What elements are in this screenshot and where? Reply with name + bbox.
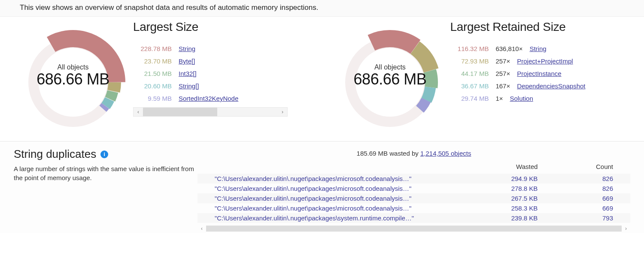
type-link[interactable]: Project+ProjectImpl: [517, 57, 573, 65]
dup-count: 826: [555, 174, 630, 184]
legend-count: 1×: [495, 95, 503, 102]
largest-retained-title: Largest Retained Size: [450, 20, 627, 34]
string-duplicates-description: A large number of strings with the same …: [14, 164, 194, 182]
legend-row: 20.60 MBString[]: [133, 80, 334, 92]
duplicates-objects-link[interactable]: 1,214,505 objects: [420, 150, 471, 157]
dup-count: 826: [555, 184, 630, 193]
legend-row: 36.67 MB167×DependenciesSnapshot: [450, 80, 627, 92]
dup-count: 669: [555, 203, 630, 213]
legend-row: 9.59 MBSortedInt32KeyNode: [133, 92, 334, 105]
dup-wasted: 258.3 KB: [466, 203, 555, 213]
legend-row: 228.78 MBString: [133, 42, 334, 55]
legend-row: 21.50 MBInt32[]: [133, 67, 334, 80]
table-row[interactable]: "C:\Users\alexander.ulitin\.nuget\packag…: [197, 184, 630, 193]
legend-size: 9.59 MB: [133, 95, 172, 102]
duplicates-summary: 185.69 MB wasted by 1,214,505 objects: [197, 148, 630, 161]
legend-count: 257×: [495, 57, 510, 65]
col-wasted[interactable]: Wasted: [466, 161, 555, 174]
legend-size: 23.70 MB: [133, 57, 172, 65]
table-row[interactable]: "C:\Users\alexander.ulitin\.nuget\packag…: [197, 213, 630, 223]
legend-size: 72.93 MB: [450, 57, 489, 65]
table-row[interactable]: "C:\Users\alexander.ulitin\.nuget\packag…: [197, 193, 630, 203]
largest-size-title: Largest Size: [133, 20, 334, 34]
largest-size-scrollbar[interactable]: ‹ ›: [133, 107, 288, 117]
dup-wasted: 267.5 KB: [466, 193, 555, 203]
dup-wasted: 239.8 KB: [466, 213, 555, 223]
legend-size: 116.32 MB: [450, 45, 489, 52]
scroll-left-icon[interactable]: ‹: [134, 109, 143, 115]
legend-size: 20.60 MB: [133, 82, 172, 90]
dup-value[interactable]: "C:\Users\alexander.ulitin\.nuget\packag…: [197, 193, 466, 203]
string-duplicates-section: String duplicates i A large number of st…: [0, 141, 644, 233]
type-link[interactable]: Byte[]: [179, 57, 195, 65]
table-row[interactable]: "C:\Users\alexander.ulitin\.nuget\packag…: [197, 174, 630, 184]
scroll-right-icon[interactable]: ›: [278, 109, 287, 115]
legend-size: 228.78 MB: [133, 45, 172, 52]
duplicates-hscroll[interactable]: ‹ ›: [197, 224, 630, 233]
legend-row: 116.32 MB636,810×String: [450, 42, 627, 55]
type-link[interactable]: DependenciesSnapshot: [517, 82, 585, 90]
legend-size: 44.17 MB: [450, 70, 489, 77]
overview-banner: This view shows an overview of snapshot …: [0, 0, 644, 17]
dup-count: 793: [555, 213, 630, 223]
dup-value[interactable]: "C:\Users\alexander.ulitin\.nuget\packag…: [197, 184, 466, 193]
charts-row: All objects 686.66 MB Largest Size 228.7…: [0, 17, 644, 141]
legend-row: 72.93 MB257×Project+ProjectImpl: [450, 55, 627, 67]
type-link[interactable]: ProjectInstance: [517, 70, 561, 77]
legend-count: 257×: [495, 70, 510, 77]
legend-count: 167×: [495, 82, 510, 90]
legend-size: 29.74 MB: [450, 95, 489, 102]
dup-count: 669: [555, 193, 630, 203]
type-link[interactable]: String: [179, 45, 195, 52]
info-icon[interactable]: i: [100, 151, 108, 158]
legend-row: 44.17 MB257×ProjectInstance: [450, 67, 627, 80]
largest-size-panel: All objects 686.66 MB Largest Size 228.7…: [17, 20, 334, 132]
dup-wasted: 294.9 KB: [466, 174, 555, 184]
col-count[interactable]: Count: [555, 161, 630, 174]
type-link[interactable]: SortedInt32KeyNode: [179, 95, 238, 102]
table-row[interactable]: "C:\Users\alexander.ulitin\.nuget\packag…: [197, 203, 630, 213]
duplicates-table: Wasted Count "C:\Users\alexander.ulitin\…: [197, 161, 630, 223]
largest-size-donut[interactable]: All objects 686.66 MB: [17, 20, 129, 132]
legend-size: 21.50 MB: [133, 70, 172, 77]
type-link[interactable]: Solution: [510, 95, 533, 102]
legend-count: 636,810×: [495, 45, 522, 52]
type-link[interactable]: String[]: [179, 82, 199, 90]
scroll-left-icon[interactable]: ‹: [197, 226, 206, 232]
legend-row: 23.70 MBByte[]: [133, 55, 334, 67]
type-link[interactable]: String: [529, 45, 546, 52]
string-duplicates-title: String duplicates: [14, 148, 96, 161]
type-link[interactable]: Int32[]: [179, 70, 197, 77]
overview-banner-text: This view shows an overview of snapshot …: [20, 3, 318, 12]
largest-retained-panel: All objects 686.66 MB Largest Retained S…: [334, 20, 627, 132]
dup-value[interactable]: "C:\Users\alexander.ulitin\.nuget\packag…: [197, 213, 466, 223]
legend-row: 29.74 MB1×Solution: [450, 92, 627, 105]
duplicates-wasted-size: 185.69 MB: [357, 150, 388, 157]
legend-size: 36.67 MB: [450, 82, 489, 90]
dup-value[interactable]: "C:\Users\alexander.ulitin\.nuget\packag…: [197, 203, 466, 213]
dup-value[interactable]: "C:\Users\alexander.ulitin\.nuget\packag…: [197, 174, 466, 184]
scroll-right-icon[interactable]: ›: [622, 226, 630, 232]
largest-retained-donut[interactable]: All objects 686.66 MB: [334, 20, 446, 132]
dup-wasted: 278.8 KB: [466, 184, 555, 193]
